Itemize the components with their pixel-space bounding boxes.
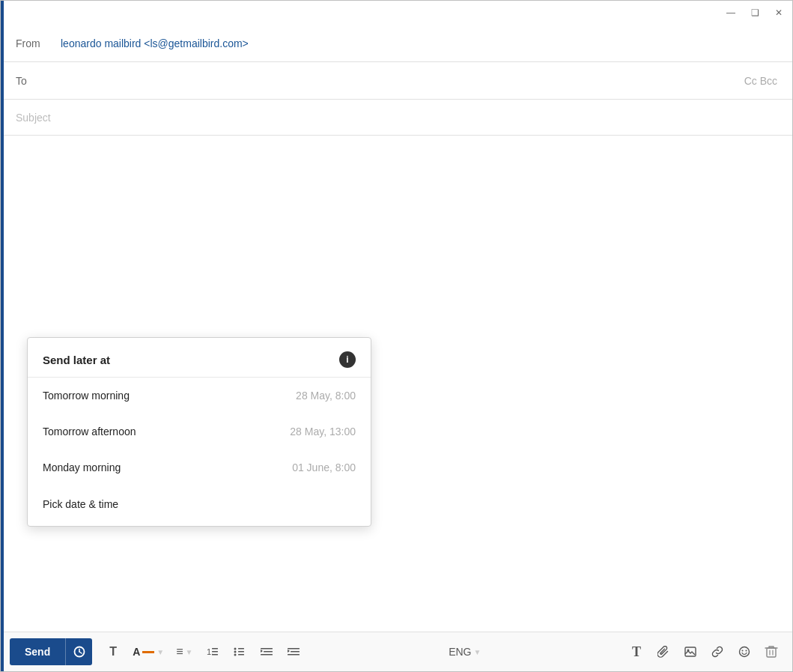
- ordered-list-icon: 1.: [207, 646, 219, 658]
- svg-rect-26: [767, 648, 776, 657]
- from-label: From: [16, 37, 61, 49]
- compose-window: — ❑ ✕ From leonardo mailbird <ls@getmail…: [0, 0, 793, 672]
- info-icon[interactable]: i: [339, 351, 356, 368]
- body-area: Send later at i Tomorrow morning 28 May,…: [1, 136, 792, 632]
- svg-rect-8: [238, 648, 244, 650]
- maximize-button[interactable]: ❑: [747, 5, 762, 20]
- popup-title: Send later at: [43, 354, 110, 366]
- unordered-list-button[interactable]: [228, 640, 252, 664]
- to-row: To Cc Bcc: [1, 62, 792, 100]
- svg-marker-16: [261, 650, 263, 653]
- send-button[interactable]: Send: [10, 638, 65, 665]
- indent-icon: [288, 646, 300, 658]
- font-color-chevron: ▼: [157, 648, 164, 656]
- outdent-button[interactable]: [255, 640, 279, 664]
- emoji-icon: [738, 646, 750, 658]
- tomorrow-afternoon-label: Tomorrow afternoon: [43, 426, 136, 438]
- trash-icon: [765, 645, 778, 659]
- popup-header: Send later at i: [28, 338, 371, 378]
- close-button[interactable]: ✕: [771, 5, 786, 20]
- svg-point-25: [746, 650, 747, 652]
- svg-rect-17: [288, 648, 300, 650]
- delete-button[interactable]: [759, 640, 783, 664]
- unordered-list-icon: [234, 646, 246, 658]
- monday-morning-label: Monday morning: [43, 461, 121, 473]
- link-icon: [711, 646, 723, 658]
- svg-rect-14: [264, 651, 273, 653]
- from-row: From leonardo mailbird <ls@getmailbird.c…: [1, 25, 792, 62]
- svg-rect-12: [238, 654, 244, 656]
- to-label: To: [16, 75, 61, 87]
- svg-rect-4: [212, 648, 218, 650]
- svg-rect-18: [291, 651, 300, 653]
- svg-rect-6: [212, 654, 218, 656]
- to-input[interactable]: [61, 75, 744, 87]
- svg-line-2: [79, 652, 82, 653]
- font-button[interactable]: T: [101, 640, 125, 664]
- minimize-button[interactable]: —: [723, 5, 738, 20]
- lang-chevron: ▼: [473, 648, 481, 656]
- title-bar: — ❑ ✕: [1, 1, 792, 25]
- clock-icon: [73, 646, 85, 658]
- svg-point-24: [742, 650, 744, 652]
- tomorrow-morning-option[interactable]: Tomorrow morning 28 May, 8:00: [28, 378, 371, 414]
- subject-row: [1, 100, 792, 136]
- emoji-button[interactable]: [732, 640, 756, 664]
- align-dropdown[interactable]: ≡ ▼: [171, 640, 197, 664]
- svg-point-11: [234, 654, 236, 656]
- tomorrow-morning-date: 28 May, 8:00: [296, 390, 356, 402]
- tomorrow-afternoon-date: 28 May, 13:00: [290, 426, 356, 438]
- svg-rect-19: [288, 654, 300, 656]
- link-button[interactable]: [705, 640, 729, 664]
- align-chevron: ▼: [186, 648, 193, 656]
- indent-button[interactable]: [282, 640, 306, 664]
- svg-point-9: [234, 651, 236, 653]
- from-value: leonardo mailbird <ls@getmailbird.com>: [61, 37, 249, 49]
- image-icon: [684, 646, 696, 658]
- ordered-list-button[interactable]: 1.: [201, 640, 225, 664]
- svg-rect-13: [261, 648, 273, 650]
- pick-date-option[interactable]: Pick date & time: [28, 485, 371, 526]
- attach-button[interactable]: [651, 640, 675, 664]
- monday-morning-date: 01 June, 8:00: [292, 461, 356, 473]
- monday-morning-option[interactable]: Monday morning 01 June, 8:00: [28, 449, 371, 485]
- cc-bcc-button[interactable]: Cc Bcc: [744, 75, 777, 87]
- font-color-dropdown[interactable]: A ▼: [128, 640, 168, 664]
- font-color-bar: [142, 651, 154, 653]
- svg-rect-15: [261, 654, 273, 656]
- svg-point-23: [740, 647, 750, 657]
- send-group: Send: [10, 638, 92, 665]
- attach-icon: [657, 646, 669, 658]
- subject-input[interactable]: [16, 112, 777, 124]
- tomorrow-morning-label: Tomorrow morning: [43, 390, 130, 402]
- outdent-icon: [261, 646, 273, 658]
- image-button[interactable]: [678, 640, 702, 664]
- bold-font-button[interactable]: T: [625, 640, 648, 664]
- tomorrow-afternoon-option[interactable]: Tomorrow afternoon 28 May, 13:00: [28, 414, 371, 449]
- send-later-button[interactable]: [65, 638, 92, 665]
- send-later-popup: Send later at i Tomorrow morning 28 May,…: [27, 337, 371, 527]
- svg-point-7: [234, 648, 236, 650]
- toolbar: Send T A ▼ ≡ ▼: [1, 632, 792, 671]
- pick-date-label: Pick date & time: [43, 498, 118, 510]
- svg-marker-20: [288, 650, 290, 653]
- language-dropdown[interactable]: ENG ▼: [444, 640, 485, 664]
- svg-rect-5: [212, 651, 218, 653]
- svg-rect-10: [238, 651, 244, 653]
